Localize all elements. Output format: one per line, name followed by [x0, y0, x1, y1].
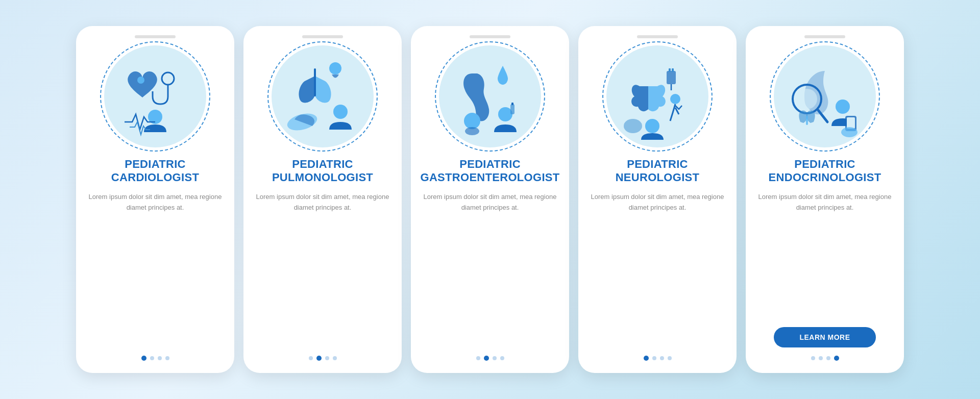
dot-2: [150, 356, 154, 360]
dot-1: [141, 356, 146, 361]
dot-3: [158, 356, 162, 360]
card-desc-neurologist: Lorem ipsum dolor sit dim amet, mea regi…: [589, 192, 726, 345]
dots-cardiologist: [141, 356, 169, 361]
learn-more-button[interactable]: LEARN MORE: [774, 327, 876, 347]
dots-pulmonologist: [309, 356, 337, 361]
dot-1: [644, 356, 649, 361]
dots-endocrinologist: [811, 356, 839, 361]
dot-4: [333, 356, 337, 360]
dot-1: [811, 356, 815, 360]
card-title-endocrinologist: PEDIATRICENDOCRINOLOGIST: [769, 158, 881, 185]
dot-1: [309, 356, 313, 360]
card-desc-endocrinologist: Lorem ipsum dolor sit dim amet, mea regi…: [756, 192, 894, 317]
card-pulmonologist: PEDIATRICPULMONOLOGIST Lorem ipsum dolor…: [243, 26, 402, 373]
card-gastroenterologist: PEDIATRICGASTROENTEROLOGIST Lorem ipsum …: [411, 26, 569, 373]
card-desc-gastroenterologist: Lorem ipsum dolor sit dim amet, mea regi…: [421, 192, 559, 345]
illustration-pulmonologist: [272, 45, 374, 147]
illustration-neurologist: [606, 45, 708, 147]
dot-3: [660, 356, 664, 360]
dots-neurologist: [644, 356, 672, 361]
cards-container: PEDIATRICCARDIOLOGIST Lorem ipsum dolor …: [66, 16, 914, 383]
card-desc-cardiologist: Lorem ipsum dolor sit dim amet, mea regi…: [86, 192, 224, 345]
dots-gastroenterologist: [476, 356, 504, 361]
phone-notch: [135, 35, 176, 38]
dot-2: [819, 356, 823, 360]
card-title-neurologist: PEDIATRICNEUROLOGIST: [616, 158, 700, 185]
dot-4: [165, 356, 169, 360]
phone-notch: [637, 35, 678, 38]
phone-notch: [804, 35, 845, 38]
card-title-gastroenterologist: PEDIATRICGASTROENTEROLOGIST: [420, 158, 559, 185]
illustration-cardiologist: [104, 45, 206, 147]
illustration-gastroenterologist: [439, 45, 541, 147]
dot-4: [668, 356, 672, 360]
card-neurologist: PEDIATRICNEUROLOGIST Lorem ipsum dolor s…: [578, 26, 737, 373]
dot-1: [476, 356, 480, 360]
card-cardiologist: PEDIATRICCARDIOLOGIST Lorem ipsum dolor …: [76, 26, 234, 373]
card-endocrinologist: PEDIATRICENDOCRINOLOGIST Lorem ipsum dol…: [746, 26, 904, 373]
dot-3: [826, 356, 830, 360]
dot-4: [500, 356, 504, 360]
card-title-cardiologist: PEDIATRICCARDIOLOGIST: [111, 158, 199, 185]
dot-2: [652, 356, 656, 360]
illustration-endocrinologist: [774, 45, 876, 147]
dot-2: [316, 356, 322, 361]
dot-2: [484, 356, 489, 361]
card-desc-pulmonologist: Lorem ipsum dolor sit dim amet, mea regi…: [254, 192, 391, 345]
dot-4: [834, 356, 839, 361]
phone-notch: [470, 35, 510, 38]
dot-3: [325, 356, 329, 360]
card-title-pulmonologist: PEDIATRICPULMONOLOGIST: [272, 158, 373, 185]
dot-3: [493, 356, 497, 360]
phone-notch: [302, 35, 343, 38]
